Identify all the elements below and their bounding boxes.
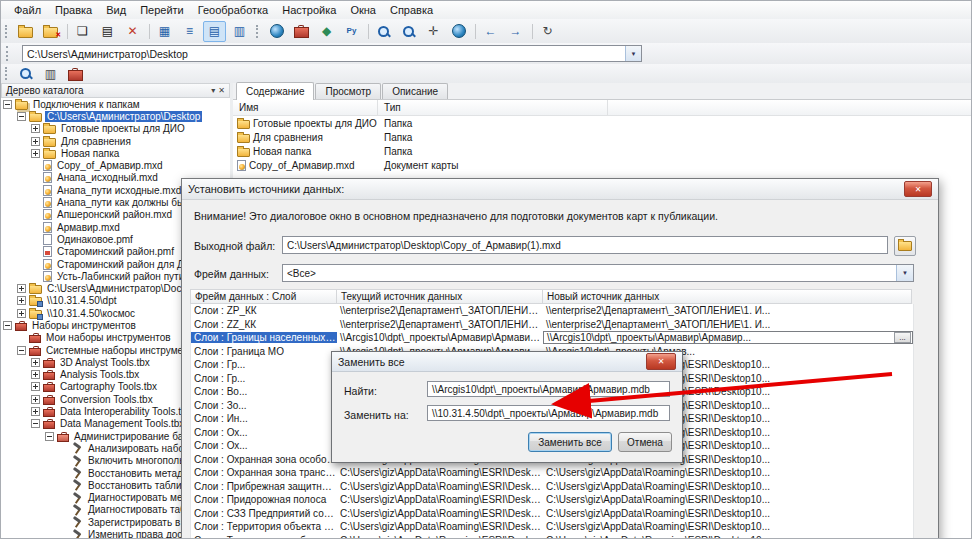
datasource-row[interactable]: Слои : Территория особо охраняем... C:\U… <box>191 534 913 539</box>
copy-button[interactable]: ❏ <box>71 21 94 42</box>
search-window-button[interactable] <box>14 63 37 84</box>
new-source-cell[interactable]: C:\Users\giz\AppData\Roaming\ESRI\Deskto… <box>543 508 913 519</box>
layer-cell[interactable]: Слои : Ох... <box>191 427 337 438</box>
layer-cell[interactable]: Слои : Охранная зона особо охран... <box>191 454 337 465</box>
menu-item[interactable]: Окна <box>343 3 383 17</box>
new-source-cell[interactable]: C:\Users\giz\AppData\Roaming\ESRI\Deskto… <box>543 481 913 492</box>
column-header-new-source[interactable]: Новый источник данных <box>543 290 911 303</box>
new-source-cell[interactable]: C:\Users\giz\AppData\Roaming\ESRI\Deskto… <box>543 467 913 478</box>
tree-item[interactable]: Copy_of_Армавир.mxd <box>1 159 230 171</box>
connect-folder-button[interactable] <box>14 21 37 42</box>
Copy_of_Армавир.mxd[interactable]: Copy_of_Армавир.mxd Документ карты <box>233 158 971 172</box>
data-frame-combobox[interactable]: <Все> ▼ <box>282 264 914 282</box>
datasource-row[interactable]: Слои : Придорожная полоса C:\Users\giz\A… <box>191 493 913 507</box>
menu-item[interactable]: Перейти <box>133 3 191 17</box>
layer-cell[interactable]: Слои : ZZ_КК <box>191 319 337 330</box>
output-file-field[interactable]: C:\Users\Администратор\Desktop\Copy_of_А… <box>282 236 888 254</box>
expander-icon[interactable] <box>31 407 40 416</box>
Для сравнения[interactable]: Для сравнения Папка <box>233 130 971 144</box>
cancel-button[interactable]: Отмена <box>618 432 672 452</box>
details-view-button[interactable]: ▤ <box>203 21 226 42</box>
layer-cell[interactable]: Слои : Придорожная полоса <box>191 494 337 505</box>
layer-cell[interactable]: Слои : Гр... <box>191 359 337 370</box>
new-source-cell[interactable]: \\enterprise2\Департамент\_ЗАТОПЛЕНИЕ\1.… <box>543 319 913 330</box>
close-icon[interactable]: ✕ <box>218 87 225 95</box>
tree-item[interactable]: C:\Users\Администратор\Desktop <box>1 110 230 122</box>
expander-icon[interactable] <box>31 419 40 428</box>
expander-icon[interactable] <box>17 284 26 293</box>
toolbar-grip[interactable] <box>253 21 263 42</box>
expander-icon[interactable] <box>17 309 26 318</box>
expander-icon[interactable] <box>45 432 54 441</box>
datasource-row[interactable]: Слои : Границы населенных пунктов \\Arcg… <box>191 331 913 345</box>
content-tab[interactable]: Просмотр <box>315 83 381 99</box>
tree-item[interactable]: Подключения к папкам <box>1 98 230 110</box>
layer-cell[interactable]: Слои : Границы населенных пунктов <box>191 332 337 343</box>
chevron-down-icon[interactable]: ▼ <box>625 46 641 61</box>
layer-cell[interactable]: Слои : ZP_КК <box>191 305 337 316</box>
large-icons-view-button[interactable]: ▦ <box>153 21 176 42</box>
expander-icon[interactable] <box>31 358 40 367</box>
menu-item[interactable]: Вид <box>99 3 133 17</box>
column-header-layer[interactable]: Фрейм данных : Слой <box>191 290 337 303</box>
expander-icon[interactable] <box>31 149 40 158</box>
expander-icon[interactable] <box>17 296 26 305</box>
content-tab[interactable]: Содержание <box>236 82 314 100</box>
new-source-cell[interactable]: \\enterprise2\Департамент\_ЗАТОПЛЕНИЕ\1.… <box>543 305 913 316</box>
new-source-cell[interactable]: \\Arcgis10\dpt\_проекты\Армавир\Армавир.… <box>543 331 913 344</box>
expander-icon[interactable] <box>31 370 40 379</box>
column-header-name[interactable]: Имя <box>233 100 378 115</box>
layer-cell[interactable]: Слои : Территория особо охраняем... <box>191 535 337 539</box>
column-header-current-source[interactable]: Текущий источник данных <box>337 290 543 303</box>
expander-icon[interactable] <box>31 382 40 391</box>
layer-cell[interactable]: Слои : Во... <box>191 386 337 397</box>
replace-all-button[interactable]: Заменить все <box>528 432 612 452</box>
zoom-out-button[interactable] <box>397 21 420 42</box>
disconnect-folder-button[interactable] <box>39 21 62 42</box>
datasource-row[interactable]: Слои : Охранная зона транспорта C:\Users… <box>191 466 913 480</box>
list-view-button[interactable]: ≡ <box>178 21 201 42</box>
datasource-row[interactable]: Слои : ZP_КК \\enterprise2\Департамент\_… <box>191 304 913 318</box>
layer-cell[interactable]: Слои : Прибрежная защитная полоса <box>191 481 337 492</box>
expander-icon[interactable] <box>17 112 26 121</box>
pan-button[interactable]: ✛ <box>422 21 445 42</box>
toolbar-grip[interactable] <box>6 46 14 61</box>
chevron-down-icon[interactable]: ▼ <box>896 265 913 281</box>
browse-button[interactable]: ... <box>894 332 911 343</box>
datasource-row[interactable]: Слои : СЗЗ Предприятий сооружен... C:\Us… <box>191 507 913 521</box>
expander-icon[interactable] <box>31 124 40 133</box>
paste-button[interactable]: ▤ <box>96 21 119 42</box>
arctoolbox-button[interactable] <box>290 21 313 42</box>
refresh-button[interactable]: ↻ <box>536 21 559 42</box>
layer-cell[interactable]: Слои : Охранная зона транспорта <box>191 467 337 478</box>
new-source-cell[interactable]: C:\Users\giz\AppData\Roaming\ESRI\Deskto… <box>543 521 913 532</box>
python-button[interactable]: Py <box>340 21 363 42</box>
menu-item[interactable]: Справка <box>383 3 440 17</box>
menu-item[interactable]: Файл <box>7 3 48 17</box>
expander-icon[interactable] <box>3 321 12 330</box>
arcmap-button[interactable] <box>265 21 288 42</box>
layer-cell[interactable]: Слои : Гр... <box>191 373 337 384</box>
find-input[interactable]: \\Arcgis10\dpt\_проекты\Армавир\Армавир.… <box>427 381 670 397</box>
layer-cell[interactable]: Слои : Граница МО <box>191 346 337 357</box>
toolbox-window-button[interactable] <box>64 63 87 84</box>
output-browse-button[interactable] <box>894 236 916 256</box>
modelbuilder-button[interactable]: ◆ <box>315 21 338 42</box>
expander-icon[interactable] <box>31 395 40 404</box>
Готовые проекты для ДИО[interactable]: Готовые проекты для ДИО Папка <box>233 116 971 130</box>
expander-icon[interactable] <box>3 100 12 109</box>
datasource-row[interactable]: Слои : Территория объекта культу... C:\U… <box>191 520 913 534</box>
menu-item[interactable]: Правка <box>48 3 99 17</box>
datasource-row[interactable]: Слои : Прибрежная защитная полоса C:\Use… <box>191 480 913 494</box>
catalog-tree-toggle-button[interactable]: ▥ <box>39 63 62 84</box>
dialog-titlebar[interactable]: Заменить все ✕ <box>332 352 682 372</box>
new-source-cell[interactable]: C:\Users\giz\AppData\Roaming\ESRI\Deskto… <box>543 535 913 539</box>
location-combobox[interactable]: C:\Users\Администратор\Desktop ▼ <box>22 45 642 62</box>
layer-cell[interactable]: Слои : Ин... <box>191 413 337 424</box>
datasource-row[interactable]: Слои : ZZ_КК \\enterprise2\Департамент\_… <box>191 318 913 332</box>
tree-item[interactable]: Для сравнения <box>1 135 230 147</box>
tree-item[interactable]: Новая папка <box>1 147 230 159</box>
expander-icon[interactable] <box>31 137 40 146</box>
dialog-titlebar[interactable]: Установить источники данных: ✕ <box>182 179 938 200</box>
new-source-cell[interactable]: C:\Users\giz\AppData\Roaming\ESRI\Deskto… <box>543 494 913 505</box>
